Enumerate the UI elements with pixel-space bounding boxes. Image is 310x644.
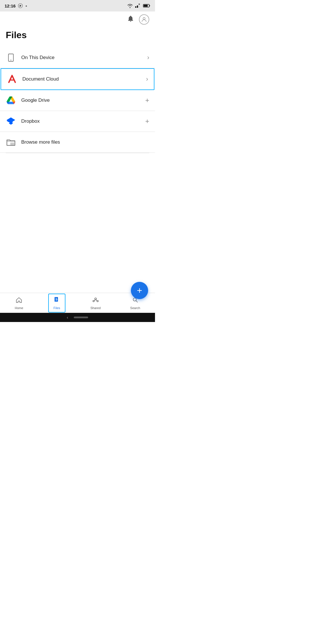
svg-point-24 bbox=[93, 300, 94, 302]
svg-line-27 bbox=[136, 300, 138, 302]
google-drive-label: Google Drive bbox=[21, 97, 145, 103]
phone-icon bbox=[6, 52, 16, 63]
google-drive-plus: + bbox=[145, 96, 149, 104]
notification-bell-button[interactable] bbox=[127, 15, 134, 24]
svg-rect-22 bbox=[56, 300, 57, 300]
nav-search-label: Search bbox=[130, 306, 140, 310]
on-this-device-label: On This Device bbox=[21, 55, 147, 61]
dropbox-plus: + bbox=[145, 117, 149, 125]
shared-icon bbox=[92, 296, 99, 305]
wifi-icon bbox=[127, 3, 133, 8]
document-cloud-label: Document Cloud bbox=[22, 76, 146, 82]
svg-point-11 bbox=[11, 60, 11, 61]
on-this-device-chevron: › bbox=[147, 54, 149, 61]
document-cloud-item[interactable]: Document Cloud › bbox=[1, 68, 154, 90]
svg-rect-8 bbox=[144, 5, 148, 7]
svg-rect-2 bbox=[137, 5, 138, 8]
nav-files-label: Files bbox=[53, 306, 60, 310]
status-time: 12:16 bbox=[5, 3, 16, 8]
page-title: Files bbox=[6, 30, 149, 40]
svg-point-23 bbox=[95, 298, 96, 300]
svg-rect-20 bbox=[56, 298, 57, 299]
avatar-button[interactable] bbox=[139, 14, 149, 25]
notification-dot: ● bbox=[25, 4, 27, 7]
dropbox-icon bbox=[6, 116, 16, 126]
bottom-divider bbox=[6, 153, 149, 153]
nav-shared[interactable]: Shared bbox=[86, 294, 105, 312]
top-bar bbox=[0, 11, 155, 28]
google-drive-icon bbox=[6, 95, 16, 106]
file-list: On This Device › Document Cloud › bbox=[0, 47, 155, 153]
browse-more-label: Browse more files bbox=[21, 139, 149, 145]
status-bar: 12:16 ● bbox=[0, 0, 155, 11]
battery-icon bbox=[143, 4, 150, 8]
bottom-nav: Home Files Shared bbox=[0, 293, 155, 313]
signal-icon bbox=[135, 3, 141, 8]
browse-folder-icon bbox=[6, 137, 16, 147]
status-time-area: 12:16 ● bbox=[5, 3, 27, 8]
adobe-icon bbox=[7, 74, 17, 84]
svg-rect-7 bbox=[149, 5, 150, 6]
svg-point-25 bbox=[97, 300, 98, 302]
svg-rect-18 bbox=[10, 143, 14, 145]
fab-button[interactable]: + bbox=[131, 282, 148, 299]
home-pill[interactable] bbox=[74, 317, 88, 318]
svg-point-9 bbox=[143, 17, 145, 19]
files-icon bbox=[53, 296, 60, 305]
svg-rect-1 bbox=[135, 6, 136, 8]
back-button[interactable]: ‹ bbox=[67, 315, 68, 320]
nav-files[interactable]: Files bbox=[48, 294, 65, 313]
whatsapp-icon bbox=[18, 3, 23, 8]
browse-more-item[interactable]: Browse more files bbox=[0, 132, 155, 153]
system-bar: ‹ bbox=[0, 313, 155, 322]
fab-plus-icon: + bbox=[137, 286, 142, 295]
svg-rect-3 bbox=[139, 5, 140, 8]
on-this-device-item[interactable]: On This Device › bbox=[0, 47, 155, 68]
page-title-area: Files bbox=[0, 28, 155, 47]
home-icon bbox=[16, 296, 22, 305]
google-drive-item[interactable]: Google Drive + bbox=[0, 90, 155, 111]
document-cloud-chevron: › bbox=[146, 75, 148, 83]
nav-home[interactable]: Home bbox=[10, 294, 28, 312]
status-icons bbox=[127, 3, 150, 8]
svg-rect-21 bbox=[56, 299, 57, 300]
dropbox-label: Dropbox bbox=[21, 118, 145, 124]
nav-home-label: Home bbox=[15, 306, 23, 310]
nav-shared-label: Shared bbox=[90, 306, 100, 310]
dropbox-item[interactable]: Dropbox + bbox=[0, 111, 155, 132]
